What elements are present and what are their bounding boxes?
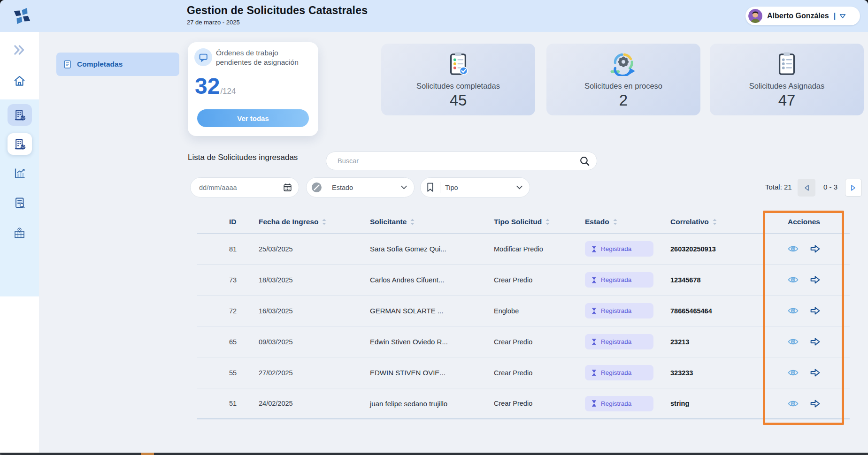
user-menu[interactable]: Alberto Gonzáles | <box>745 7 860 25</box>
cell-fecha-ingreso: 16/03/2025 <box>259 307 370 315</box>
cell-solicitante: Edwin Stiven Oviedo R... <box>370 338 494 346</box>
cell-tipo-solicitud: Crear Predio <box>494 338 585 346</box>
search-input[interactable] <box>338 157 579 165</box>
cell-acciones <box>764 305 844 317</box>
forward-icon <box>809 305 821 317</box>
forward-button[interactable] <box>809 305 821 317</box>
cell-correlativo: 323233 <box>670 369 764 377</box>
forward-button[interactable] <box>809 274 821 286</box>
forward-icon <box>809 336 821 348</box>
column-header-solicitante[interactable]: Solicitante <box>370 218 494 226</box>
next-page-button[interactable] <box>845 179 862 197</box>
window-bottom-edge <box>0 453 868 455</box>
status-badge: Registrada <box>585 396 653 411</box>
column-header-estado[interactable]: Estado <box>585 218 670 226</box>
forward-icon <box>809 398 821 410</box>
sidebar <box>0 32 39 455</box>
column-header-label: Acciones <box>788 218 820 226</box>
estado-filter-select[interactable]: Estado <box>306 177 415 197</box>
cell-estado: Registrada <box>585 303 670 318</box>
estado-filter-label: Estado <box>332 184 353 191</box>
status-badge-label: Registrada <box>601 276 631 283</box>
ver-todas-button[interactable]: Ver todas <box>197 109 309 127</box>
view-button[interactable] <box>787 274 799 286</box>
table-row: 73 18/03/2025 Carlos Andres Cifuent... C… <box>197 265 850 296</box>
forward-button[interactable] <box>809 398 821 410</box>
cell-estado: Registrada <box>585 365 670 380</box>
sort-icon[interactable] <box>410 219 415 225</box>
date-filter[interactable]: dd/mm/aaaa <box>190 177 299 197</box>
eye-icon <box>787 367 799 379</box>
home-icon[interactable] <box>0 75 39 87</box>
completadas-filter-button[interactable]: Completadas <box>56 53 179 76</box>
review-doc-icon[interactable] <box>0 197 39 209</box>
cell-solicitante: GERMAN SOLARTE ... <box>370 307 494 315</box>
status-badge-label: Registrada <box>601 369 631 376</box>
user-separator: | <box>834 11 836 21</box>
cell-solicitante: Sara Sofia Gomez Qui... <box>370 245 494 253</box>
building-gear-icon <box>14 109 26 121</box>
forward-button[interactable] <box>809 336 821 348</box>
map-icon[interactable] <box>0 227 39 240</box>
view-button[interactable] <box>787 305 799 317</box>
page-range-label: 0 - 3 <box>818 183 843 191</box>
list-title: Lista de Solicitudes ingresadas <box>188 153 298 162</box>
sort-icon[interactable] <box>713 219 717 225</box>
user-dropdown-icon[interactable] <box>839 14 846 19</box>
cell-solicitante: Carlos Andres Cifuent... <box>370 276 494 284</box>
cell-estado: Registrada <box>585 272 670 288</box>
hourglass-icon <box>591 277 597 283</box>
cell-id: 55 <box>229 369 259 377</box>
hourglass-icon <box>591 370 597 376</box>
cell-acciones <box>764 367 844 379</box>
sort-icon[interactable] <box>545 219 550 225</box>
view-button[interactable] <box>787 367 799 379</box>
sort-icon[interactable] <box>613 219 617 225</box>
cell-id: 73 <box>229 276 259 284</box>
column-header-acciones: Acciones <box>764 218 844 226</box>
cell-solicitante: juan felipe sedano trujillo <box>370 400 494 408</box>
pending-total: /124 <box>220 87 236 96</box>
cell-correlativo: 260320250913 <box>670 245 764 253</box>
hourglass-icon <box>591 339 597 345</box>
cell-tipo-solicitud: Englobe <box>494 307 585 315</box>
eye-icon <box>787 243 799 255</box>
cell-fecha-ingreso: 09/03/2025 <box>259 338 370 346</box>
clipboard-check-icon <box>446 50 470 77</box>
pending-orders-count: 32 /124 <box>195 73 236 99</box>
logo-icon <box>12 6 32 26</box>
forward-icon <box>809 367 821 379</box>
view-button[interactable] <box>787 336 799 348</box>
view-button[interactable] <box>787 398 799 410</box>
column-header-correlativo[interactable]: Correlativo <box>670 218 764 226</box>
view-button[interactable] <box>787 243 799 255</box>
forward-button[interactable] <box>809 243 821 255</box>
chevron-down-icon <box>401 185 407 190</box>
column-header-fecha-de-ingreso[interactable]: Fecha de Ingreso <box>259 218 370 226</box>
pending-orders-card: Órdenes de trabajo pendientes de asignac… <box>188 42 318 136</box>
forward-button[interactable] <box>809 367 821 379</box>
column-header-label: ID <box>229 218 237 226</box>
collapse-sidebar-icon[interactable] <box>0 45 39 55</box>
cell-fecha-ingreso: 27/02/2025 <box>259 369 370 377</box>
sidebar-item-solicitudes-admin[interactable] <box>8 104 32 126</box>
hourglass-icon <box>591 246 597 252</box>
date-placeholder: dd/mm/aaaa <box>199 184 237 191</box>
cell-estado: Registrada <box>585 241 670 257</box>
calendar-icon[interactable] <box>283 183 292 192</box>
sidebar-item-solicitudes-manage[interactable] <box>8 133 32 155</box>
column-header-tipo-solicitud[interactable]: Tipo Solicitud <box>494 218 585 226</box>
column-header-label: Tipo Solicitud <box>494 218 542 226</box>
process-arrows-gear-icon <box>610 50 637 77</box>
tipo-filter-select[interactable]: Tipo <box>420 177 530 197</box>
cell-id: 51 <box>229 400 259 407</box>
divider <box>327 182 327 193</box>
status-badge: Registrada <box>585 241 653 257</box>
sort-icon[interactable] <box>322 219 326 225</box>
prev-page-button[interactable] <box>798 179 815 197</box>
reports-icon[interactable] <box>0 167 39 180</box>
forward-icon <box>809 243 821 255</box>
search-icon[interactable] <box>579 156 590 167</box>
building-gear-icon <box>14 138 26 151</box>
eye-icon <box>787 336 799 348</box>
